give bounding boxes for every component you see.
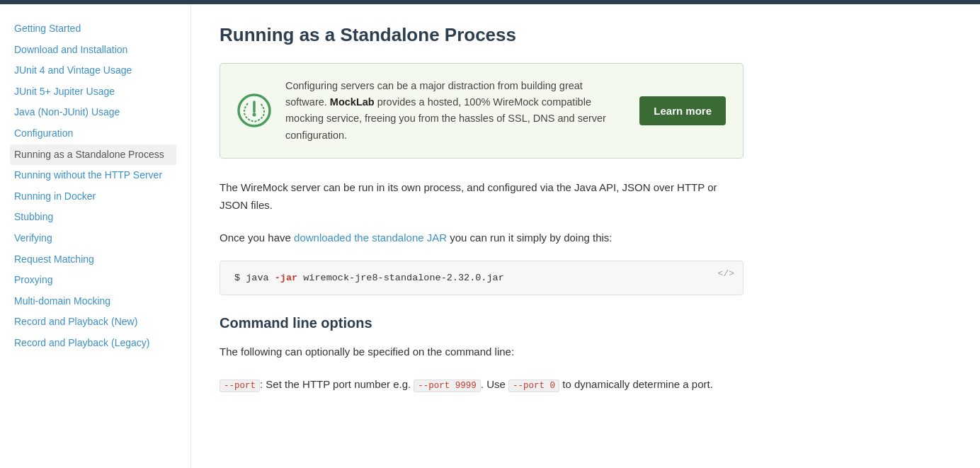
sidebar-item-verifying[interactable]: Verifying xyxy=(14,228,176,249)
port-text-suffix: to dynamically determine a port. xyxy=(559,378,713,390)
code-prompt: $ java xyxy=(234,273,275,283)
sidebar-item-stubbing[interactable]: Stubbing xyxy=(14,207,176,228)
sidebar-item-record-playback-legacy[interactable]: Record and Playback (Legacy) xyxy=(14,333,176,354)
sidebar-item-standalone[interactable]: Running as a Standalone Process xyxy=(10,144,176,166)
port-example2-inline: --port 0 xyxy=(508,379,559,392)
sidebar-item-request-matching[interactable]: Request Matching xyxy=(14,249,176,270)
sidebar-item-configuration[interactable]: Configuration xyxy=(14,123,176,144)
sidebar-item-getting-started[interactable]: Getting Started xyxy=(14,18,176,40)
mocklab-banner-text: Configuring servers can be a major distr… xyxy=(285,78,625,144)
main-content: Running as a Standalone Process Configur… xyxy=(191,4,772,468)
learn-more-button[interactable]: Learn more xyxy=(639,96,726,125)
code-flag: -jar xyxy=(275,273,297,283)
sidebar-item-record-playback-new[interactable]: Record and Playback (New) xyxy=(14,312,176,333)
cmd-options-title: Command line options xyxy=(220,315,743,331)
sidebar-item-multi-domain[interactable]: Multi-domain Mocking xyxy=(14,291,176,312)
sidebar-item-java-nonjunit[interactable]: Java (Non-JUnit) Usage xyxy=(14,102,176,123)
jar-download-link[interactable]: downloaded the standalone JAR xyxy=(294,232,447,244)
jar-suffix-text: you can run it simply by doing this: xyxy=(447,232,612,244)
code-command: wiremock-jre8-standalone-2.32.0.jar xyxy=(297,273,504,283)
sidebar: Getting StartedDownload and Installation… xyxy=(0,4,191,468)
page-layout: Getting StartedDownload and Installation… xyxy=(0,4,980,468)
mocklab-logo-icon xyxy=(237,93,271,127)
mocklab-brand: MockLab xyxy=(330,96,375,108)
sidebar-item-download-install[interactable]: Download and Installation xyxy=(14,40,176,61)
code-block-jar: </> $ java -jar wiremock-jre8-standalone… xyxy=(220,261,743,295)
sidebar-item-proxying[interactable]: Proxying xyxy=(14,270,176,291)
port-description: : Set the HTTP port number e.g. xyxy=(260,378,414,390)
port-option-paragraph: --port: Set the HTTP port number e.g. --… xyxy=(220,375,743,394)
port-flag-inline: --port xyxy=(220,379,260,392)
mocklab-banner: Configuring servers can be a major distr… xyxy=(220,63,743,159)
copy-icon[interactable]: </> xyxy=(718,268,734,279)
port-text-use: . Use xyxy=(481,378,508,390)
sidebar-item-no-http-server[interactable]: Running without the HTTP Server xyxy=(14,165,176,186)
intro-paragraph: The WireMock server can be run in its ow… xyxy=(220,178,743,215)
sidebar-item-docker[interactable]: Running in Docker xyxy=(14,186,176,207)
page-title: Running as a Standalone Process xyxy=(220,24,743,46)
jar-paragraph: Once you have downloaded the standalone … xyxy=(220,229,743,247)
port-example1-inline: --port 9999 xyxy=(414,379,481,392)
jar-intro-text: Once you have xyxy=(220,232,294,244)
svg-point-1 xyxy=(253,113,256,117)
sidebar-item-junit4[interactable]: JUnit 4 and Vintage Usage xyxy=(14,60,176,81)
cmd-options-intro: The following can optionally be specifie… xyxy=(220,343,743,361)
sidebar-item-junit5[interactable]: JUnit 5+ Jupiter Usage xyxy=(14,81,176,103)
